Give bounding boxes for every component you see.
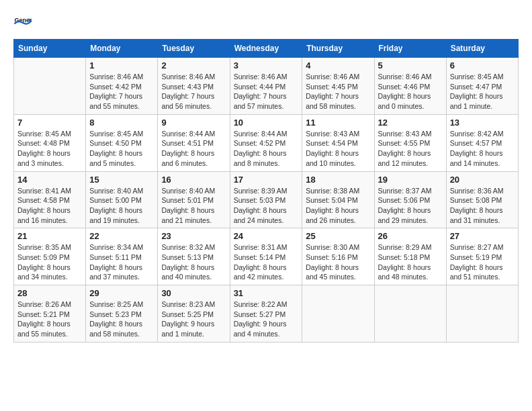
logo-icon: General	[13, 13, 32, 32]
day-detail: Sunrise: 8:29 AM Sunset: 5:18 PM Dayligh…	[378, 242, 443, 282]
calendar-week-2: 7Sunrise: 8:45 AM Sunset: 4:48 PM Daylig…	[14, 114, 519, 171]
page-header: General	[13, 13, 519, 32]
calendar-cell	[446, 285, 518, 342]
day-number: 13	[450, 118, 515, 128]
day-detail: Sunrise: 8:43 AM Sunset: 4:55 PM Dayligh…	[378, 129, 443, 169]
day-number: 31	[234, 288, 299, 298]
calendar-cell: 12Sunrise: 8:43 AM Sunset: 4:55 PM Dayli…	[374, 114, 446, 171]
day-detail: Sunrise: 8:39 AM Sunset: 5:03 PM Dayligh…	[234, 186, 299, 226]
day-detail: Sunrise: 8:45 AM Sunset: 4:48 PM Dayligh…	[17, 129, 82, 169]
calendar-cell: 28Sunrise: 8:26 AM Sunset: 5:21 PM Dayli…	[14, 285, 86, 342]
calendar-cell: 11Sunrise: 8:43 AM Sunset: 4:54 PM Dayli…	[302, 114, 374, 171]
calendar-cell: 26Sunrise: 8:29 AM Sunset: 5:18 PM Dayli…	[374, 228, 446, 285]
calendar-cell	[14, 58, 86, 115]
header-tuesday: Tuesday	[158, 40, 230, 58]
header-wednesday: Wednesday	[230, 40, 302, 58]
day-detail: Sunrise: 8:34 AM Sunset: 5:11 PM Dayligh…	[89, 242, 154, 282]
calendar-cell: 29Sunrise: 8:25 AM Sunset: 5:23 PM Dayli…	[86, 285, 158, 342]
calendar-cell: 25Sunrise: 8:30 AM Sunset: 5:16 PM Dayli…	[302, 228, 374, 285]
day-number: 15	[89, 175, 154, 185]
calendar-cell: 18Sunrise: 8:38 AM Sunset: 5:04 PM Dayli…	[302, 171, 374, 228]
calendar-header-row: SundayMondayTuesdayWednesdayThursdayFrid…	[14, 40, 519, 58]
day-number: 22	[89, 231, 154, 241]
day-number: 5	[378, 60, 443, 71]
day-detail: Sunrise: 8:46 AM Sunset: 4:45 PM Dayligh…	[306, 72, 370, 111]
header-sunday: Sunday	[14, 40, 86, 58]
day-number: 25	[306, 231, 370, 241]
calendar-cell: 10Sunrise: 8:44 AM Sunset: 4:52 PM Dayli…	[230, 114, 302, 171]
calendar-week-5: 28Sunrise: 8:26 AM Sunset: 5:21 PM Dayli…	[14, 285, 519, 342]
header-thursday: Thursday	[302, 40, 374, 58]
calendar-cell: 31Sunrise: 8:22 AM Sunset: 5:27 PM Dayli…	[230, 285, 302, 342]
day-number: 9	[161, 118, 226, 128]
day-number: 7	[17, 118, 82, 128]
calendar-cell: 27Sunrise: 8:27 AM Sunset: 5:19 PM Dayli…	[446, 228, 518, 285]
day-detail: Sunrise: 8:45 AM Sunset: 4:50 PM Dayligh…	[89, 129, 154, 169]
day-detail: Sunrise: 8:36 AM Sunset: 5:08 PM Dayligh…	[450, 186, 515, 226]
calendar-cell: 8Sunrise: 8:45 AM Sunset: 4:50 PM Daylig…	[86, 114, 158, 171]
calendar-cell: 19Sunrise: 8:37 AM Sunset: 5:06 PM Dayli…	[374, 171, 446, 228]
calendar-cell: 7Sunrise: 8:45 AM Sunset: 4:48 PM Daylig…	[14, 114, 86, 171]
header-saturday: Saturday	[446, 40, 518, 58]
day-number: 30	[161, 288, 226, 298]
day-detail: Sunrise: 8:43 AM Sunset: 4:54 PM Dayligh…	[306, 129, 370, 169]
day-number: 16	[161, 175, 226, 185]
calendar-cell: 16Sunrise: 8:40 AM Sunset: 5:01 PM Dayli…	[158, 171, 230, 228]
day-number: 2	[161, 60, 226, 71]
day-detail: Sunrise: 8:22 AM Sunset: 5:27 PM Dayligh…	[234, 300, 299, 339]
calendar-cell: 2Sunrise: 8:46 AM Sunset: 4:43 PM Daylig…	[158, 58, 230, 115]
day-detail: Sunrise: 8:30 AM Sunset: 5:16 PM Dayligh…	[306, 242, 370, 282]
calendar-cell: 24Sunrise: 8:31 AM Sunset: 5:14 PM Dayli…	[230, 228, 302, 285]
day-number: 4	[306, 60, 370, 71]
calendar-cell: 3Sunrise: 8:46 AM Sunset: 4:44 PM Daylig…	[230, 58, 302, 115]
calendar-cell: 30Sunrise: 8:23 AM Sunset: 5:25 PM Dayli…	[158, 285, 230, 342]
day-detail: Sunrise: 8:40 AM Sunset: 5:01 PM Dayligh…	[161, 186, 226, 226]
day-number: 6	[450, 60, 515, 71]
day-number: 23	[161, 231, 226, 241]
day-detail: Sunrise: 8:25 AM Sunset: 5:23 PM Dayligh…	[89, 300, 154, 339]
day-detail: Sunrise: 8:26 AM Sunset: 5:21 PM Dayligh…	[17, 300, 82, 339]
day-number: 8	[89, 118, 154, 128]
calendar-cell: 15Sunrise: 8:40 AM Sunset: 5:00 PM Dayli…	[86, 171, 158, 228]
day-detail: Sunrise: 8:38 AM Sunset: 5:04 PM Dayligh…	[306, 186, 370, 226]
day-number: 24	[234, 231, 299, 241]
day-detail: Sunrise: 8:27 AM Sunset: 5:19 PM Dayligh…	[450, 242, 515, 282]
day-number: 19	[378, 175, 443, 185]
day-number: 18	[306, 175, 370, 185]
day-number: 21	[17, 231, 82, 241]
calendar-cell: 20Sunrise: 8:36 AM Sunset: 5:08 PM Dayli…	[446, 171, 518, 228]
day-detail: Sunrise: 8:40 AM Sunset: 5:00 PM Dayligh…	[89, 186, 154, 226]
day-detail: Sunrise: 8:37 AM Sunset: 5:06 PM Dayligh…	[378, 186, 443, 226]
day-detail: Sunrise: 8:41 AM Sunset: 4:58 PM Dayligh…	[17, 186, 82, 226]
day-detail: Sunrise: 8:44 AM Sunset: 4:52 PM Dayligh…	[234, 129, 299, 169]
calendar-week-4: 21Sunrise: 8:35 AM Sunset: 5:09 PM Dayli…	[14, 228, 519, 285]
day-detail: Sunrise: 8:35 AM Sunset: 5:09 PM Dayligh…	[17, 242, 82, 282]
day-number: 27	[450, 231, 515, 241]
day-number: 11	[306, 118, 370, 128]
day-number: 17	[234, 175, 299, 185]
calendar-week-3: 14Sunrise: 8:41 AM Sunset: 4:58 PM Dayli…	[14, 171, 519, 228]
day-detail: Sunrise: 8:31 AM Sunset: 5:14 PM Dayligh…	[234, 242, 299, 282]
day-number: 14	[17, 175, 82, 185]
calendar-cell: 1Sunrise: 8:46 AM Sunset: 4:42 PM Daylig…	[86, 58, 158, 115]
day-detail: Sunrise: 8:32 AM Sunset: 5:13 PM Dayligh…	[161, 242, 226, 282]
day-number: 26	[378, 231, 443, 241]
day-detail: Sunrise: 8:46 AM Sunset: 4:46 PM Dayligh…	[378, 72, 443, 111]
day-number: 10	[234, 118, 299, 128]
day-detail: Sunrise: 8:46 AM Sunset: 4:43 PM Dayligh…	[161, 72, 226, 111]
day-detail: Sunrise: 8:23 AM Sunset: 5:25 PM Dayligh…	[161, 300, 226, 339]
day-detail: Sunrise: 8:42 AM Sunset: 4:57 PM Dayligh…	[450, 129, 515, 169]
calendar-week-1: 1Sunrise: 8:46 AM Sunset: 4:42 PM Daylig…	[14, 58, 519, 115]
logo: General	[13, 13, 35, 32]
day-detail: Sunrise: 8:44 AM Sunset: 4:51 PM Dayligh…	[161, 129, 226, 169]
header-friday: Friday	[374, 40, 446, 58]
calendar-cell: 21Sunrise: 8:35 AM Sunset: 5:09 PM Dayli…	[14, 228, 86, 285]
calendar-cell: 13Sunrise: 8:42 AM Sunset: 4:57 PM Dayli…	[446, 114, 518, 171]
calendar-cell: 9Sunrise: 8:44 AM Sunset: 4:51 PM Daylig…	[158, 114, 230, 171]
day-number: 28	[17, 288, 82, 298]
day-number: 20	[450, 175, 515, 185]
day-number: 1	[89, 60, 154, 71]
calendar-cell	[374, 285, 446, 342]
day-number: 3	[234, 60, 299, 71]
day-number: 29	[89, 288, 154, 298]
